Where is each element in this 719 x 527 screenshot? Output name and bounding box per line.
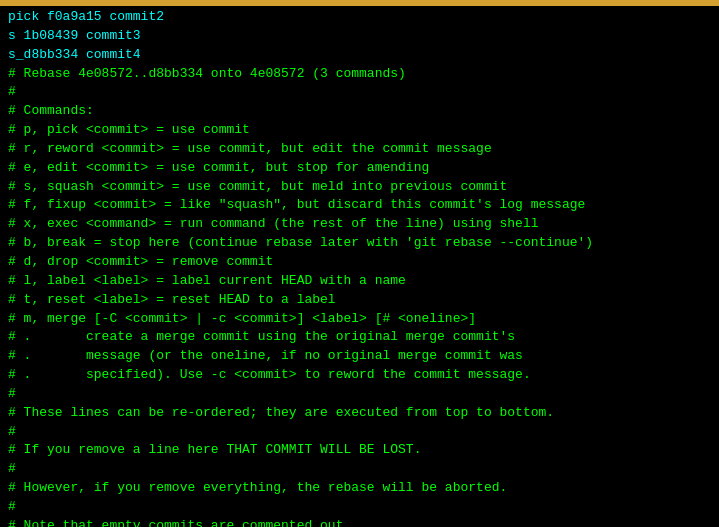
terminal-line: # Commands: (8, 102, 711, 121)
terminal-line: # However, if you remove everything, the… (8, 479, 711, 498)
terminal-line: s 1b08439 commit3 (8, 27, 711, 46)
top-bar (0, 0, 719, 6)
terminal-line: # . specified). Use -c <commit> to rewor… (8, 366, 711, 385)
terminal-line: # If you remove a line here THAT COMMIT … (8, 441, 711, 460)
terminal-line: # t, reset <label> = reset HEAD to a lab… (8, 291, 711, 310)
terminal-line: s_d8bb334 commit4 (8, 46, 711, 65)
terminal-line: # Note that empty commits are commented … (8, 517, 711, 527)
terminal-line: # These lines can be re-ordered; they ar… (8, 404, 711, 423)
terminal-line: # (8, 385, 711, 404)
terminal-line: # r, reword <commit> = use commit, but e… (8, 140, 711, 159)
terminal-line: # p, pick <commit> = use commit (8, 121, 711, 140)
terminal-line: # e, edit <commit> = use commit, but sto… (8, 159, 711, 178)
terminal-line: # s, squash <commit> = use commit, but m… (8, 178, 711, 197)
terminal-line: # l, label <label> = label current HEAD … (8, 272, 711, 291)
terminal-line: # x, exec <command> = run command (the r… (8, 215, 711, 234)
terminal-line: # f, fixup <commit> = like "squash", but… (8, 196, 711, 215)
terminal-line: # . message (or the oneline, if no origi… (8, 347, 711, 366)
terminal-line: # (8, 423, 711, 442)
terminal-line: # (8, 83, 711, 102)
terminal[interactable]: pick f0a9a15 commit2s 1b08439 commit3s_d… (0, 0, 719, 527)
terminal-line: # (8, 498, 711, 517)
terminal-wrapper: pick f0a9a15 commit2s 1b08439 commit3s_d… (0, 0, 719, 527)
terminal-line: # d, drop <commit> = remove commit (8, 253, 711, 272)
terminal-line: # m, merge [-C <commit> | -c <commit>] <… (8, 310, 711, 329)
terminal-line: pick f0a9a15 commit2 (8, 8, 711, 27)
terminal-line: # . create a merge commit using the orig… (8, 328, 711, 347)
terminal-line: # Rebase 4e08572..d8bb334 onto 4e08572 (… (8, 65, 711, 84)
terminal-line: # (8, 460, 711, 479)
terminal-line: # b, break = stop here (continue rebase … (8, 234, 711, 253)
